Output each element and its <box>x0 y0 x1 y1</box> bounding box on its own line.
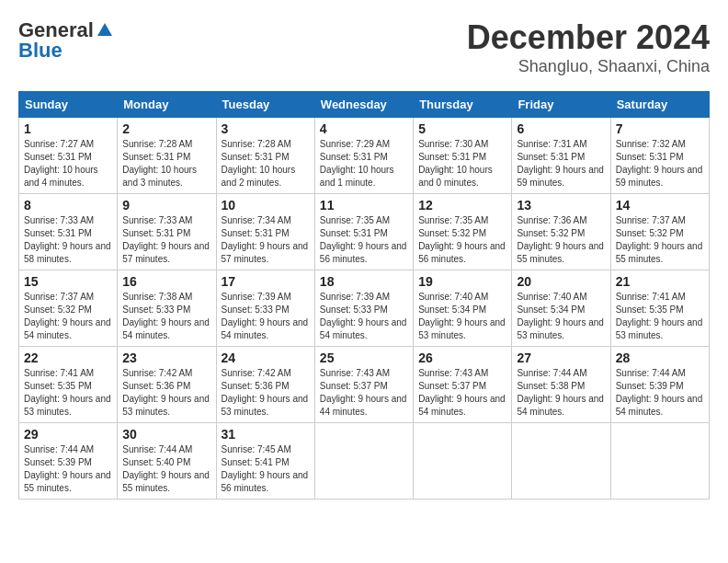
day-number: 7 <box>616 121 704 136</box>
day-number: 25 <box>320 350 408 365</box>
day-number: 12 <box>418 198 506 213</box>
day-info: Sunrise: 7:32 AM Sunset: 5:31 PM Dayligh… <box>616 138 704 190</box>
col-header-monday: Monday <box>118 92 216 118</box>
day-cell-18: 18Sunrise: 7:39 AM Sunset: 5:33 PM Dayli… <box>314 270 413 347</box>
day-info: Sunrise: 7:33 AM Sunset: 5:31 PM Dayligh… <box>122 214 210 266</box>
day-number: 4 <box>320 121 408 136</box>
day-info: Sunrise: 7:29 AM Sunset: 5:31 PM Dayligh… <box>320 138 408 190</box>
day-cell-5: 5Sunrise: 7:30 AM Sunset: 5:31 PM Daylig… <box>414 118 512 194</box>
page-header: General Blue December 2024 Shangluo, Sha… <box>18 18 710 76</box>
day-cell-21: 21Sunrise: 7:41 AM Sunset: 5:35 PM Dayli… <box>610 270 709 347</box>
header-row: SundayMondayTuesdayWednesdayThursdayFrid… <box>19 92 710 118</box>
day-info: Sunrise: 7:41 AM Sunset: 5:35 PM Dayligh… <box>24 367 112 419</box>
empty-cell <box>314 423 413 500</box>
month-title: December 2024 <box>467 18 710 57</box>
day-info: Sunrise: 7:44 AM Sunset: 5:40 PM Dayligh… <box>122 443 210 495</box>
week-row-5: 29Sunrise: 7:44 AM Sunset: 5:39 PM Dayli… <box>19 423 710 500</box>
day-info: Sunrise: 7:37 AM Sunset: 5:32 PM Dayligh… <box>24 291 112 342</box>
day-cell-14: 14Sunrise: 7:37 AM Sunset: 5:32 PM Dayli… <box>610 194 709 270</box>
day-info: Sunrise: 7:35 AM Sunset: 5:31 PM Dayligh… <box>320 214 408 266</box>
day-number: 26 <box>418 350 506 365</box>
day-info: Sunrise: 7:43 AM Sunset: 5:37 PM Dayligh… <box>320 367 408 419</box>
location-text: Shangluo, Shaanxi, China <box>467 57 710 76</box>
day-cell-27: 27Sunrise: 7:44 AM Sunset: 5:38 PM Dayli… <box>512 347 610 423</box>
day-info: Sunrise: 7:44 AM Sunset: 5:39 PM Dayligh… <box>24 443 112 495</box>
calendar-table: SundayMondayTuesdayWednesdayThursdayFrid… <box>18 91 710 500</box>
day-number: 6 <box>517 121 605 136</box>
day-info: Sunrise: 7:43 AM Sunset: 5:37 PM Dayligh… <box>418 367 506 419</box>
day-number: 17 <box>222 274 310 289</box>
day-cell-24: 24Sunrise: 7:42 AM Sunset: 5:36 PM Dayli… <box>216 347 314 423</box>
day-info: Sunrise: 7:40 AM Sunset: 5:34 PM Dayligh… <box>517 291 605 342</box>
day-cell-15: 15Sunrise: 7:37 AM Sunset: 5:32 PM Dayli… <box>19 270 118 347</box>
week-row-1: 1Sunrise: 7:27 AM Sunset: 5:31 PM Daylig… <box>19 118 710 194</box>
day-number: 11 <box>320 198 408 213</box>
day-number: 18 <box>320 274 408 289</box>
day-info: Sunrise: 7:30 AM Sunset: 5:31 PM Dayligh… <box>418 138 506 190</box>
day-number: 13 <box>517 198 605 213</box>
empty-cell <box>512 423 610 500</box>
empty-cell <box>610 423 709 500</box>
day-number: 5 <box>418 121 506 136</box>
day-number: 30 <box>122 427 210 442</box>
day-info: Sunrise: 7:44 AM Sunset: 5:39 PM Dayligh… <box>616 367 704 419</box>
day-info: Sunrise: 7:28 AM Sunset: 5:31 PM Dayligh… <box>122 138 210 190</box>
day-number: 15 <box>24 274 112 289</box>
day-cell-8: 8Sunrise: 7:33 AM Sunset: 5:31 PM Daylig… <box>19 194 118 270</box>
day-number: 27 <box>517 350 605 365</box>
day-cell-17: 17Sunrise: 7:39 AM Sunset: 5:33 PM Dayli… <box>216 270 314 347</box>
col-header-friday: Friday <box>512 92 610 118</box>
title-block: December 2024 Shangluo, Shaanxi, China <box>467 18 710 76</box>
day-info: Sunrise: 7:42 AM Sunset: 5:36 PM Dayligh… <box>222 367 310 419</box>
day-number: 1 <box>24 121 112 136</box>
day-info: Sunrise: 7:34 AM Sunset: 5:31 PM Dayligh… <box>222 214 310 266</box>
col-header-thursday: Thursday <box>414 92 512 118</box>
day-number: 23 <box>122 350 210 365</box>
empty-cell <box>414 423 512 500</box>
col-header-sunday: Sunday <box>19 92 118 118</box>
day-number: 10 <box>222 198 310 213</box>
day-number: 2 <box>122 121 210 136</box>
day-info: Sunrise: 7:36 AM Sunset: 5:32 PM Dayligh… <box>517 214 605 266</box>
day-info: Sunrise: 7:44 AM Sunset: 5:38 PM Dayligh… <box>517 367 605 419</box>
day-number: 29 <box>24 427 112 442</box>
day-info: Sunrise: 7:39 AM Sunset: 5:33 PM Dayligh… <box>320 291 408 342</box>
day-cell-26: 26Sunrise: 7:43 AM Sunset: 5:37 PM Dayli… <box>414 347 512 423</box>
day-info: Sunrise: 7:38 AM Sunset: 5:33 PM Dayligh… <box>122 291 210 342</box>
day-cell-3: 3Sunrise: 7:28 AM Sunset: 5:31 PM Daylig… <box>216 118 314 194</box>
day-cell-31: 31Sunrise: 7:45 AM Sunset: 5:41 PM Dayli… <box>216 423 314 500</box>
day-number: 3 <box>222 121 310 136</box>
day-info: Sunrise: 7:31 AM Sunset: 5:31 PM Dayligh… <box>517 138 605 190</box>
day-cell-19: 19Sunrise: 7:40 AM Sunset: 5:34 PM Dayli… <box>414 270 512 347</box>
day-info: Sunrise: 7:39 AM Sunset: 5:33 PM Dayligh… <box>222 291 310 342</box>
day-number: 28 <box>616 350 704 365</box>
day-cell-29: 29Sunrise: 7:44 AM Sunset: 5:39 PM Dayli… <box>19 423 118 500</box>
day-number: 9 <box>122 198 210 213</box>
day-info: Sunrise: 7:35 AM Sunset: 5:32 PM Dayligh… <box>418 214 506 266</box>
day-info: Sunrise: 7:27 AM Sunset: 5:31 PM Dayligh… <box>24 138 112 190</box>
day-info: Sunrise: 7:33 AM Sunset: 5:31 PM Dayligh… <box>24 214 112 266</box>
day-cell-25: 25Sunrise: 7:43 AM Sunset: 5:37 PM Dayli… <box>314 347 413 423</box>
day-cell-9: 9Sunrise: 7:33 AM Sunset: 5:31 PM Daylig… <box>118 194 216 270</box>
day-number: 19 <box>418 274 506 289</box>
day-cell-7: 7Sunrise: 7:32 AM Sunset: 5:31 PM Daylig… <box>610 118 709 194</box>
svg-marker-0 <box>97 23 112 36</box>
day-cell-4: 4Sunrise: 7:29 AM Sunset: 5:31 PM Daylig… <box>314 118 413 194</box>
day-info: Sunrise: 7:37 AM Sunset: 5:32 PM Dayligh… <box>616 214 704 266</box>
day-cell-30: 30Sunrise: 7:44 AM Sunset: 5:40 PM Dayli… <box>118 423 216 500</box>
day-cell-11: 11Sunrise: 7:35 AM Sunset: 5:31 PM Dayli… <box>314 194 413 270</box>
day-number: 24 <box>222 350 310 365</box>
day-number: 14 <box>616 198 704 213</box>
day-cell-22: 22Sunrise: 7:41 AM Sunset: 5:35 PM Dayli… <box>19 347 118 423</box>
week-row-4: 22Sunrise: 7:41 AM Sunset: 5:35 PM Dayli… <box>19 347 710 423</box>
day-number: 22 <box>24 350 112 365</box>
day-number: 31 <box>222 427 310 442</box>
week-row-3: 15Sunrise: 7:37 AM Sunset: 5:32 PM Dayli… <box>19 270 710 347</box>
day-info: Sunrise: 7:40 AM Sunset: 5:34 PM Dayligh… <box>418 291 506 342</box>
col-header-tuesday: Tuesday <box>216 92 314 118</box>
logo-blue-text: Blue <box>18 39 63 63</box>
col-header-wednesday: Wednesday <box>314 92 413 118</box>
day-cell-13: 13Sunrise: 7:36 AM Sunset: 5:32 PM Dayli… <box>512 194 610 270</box>
day-number: 8 <box>24 198 112 213</box>
day-cell-12: 12Sunrise: 7:35 AM Sunset: 5:32 PM Dayli… <box>414 194 512 270</box>
